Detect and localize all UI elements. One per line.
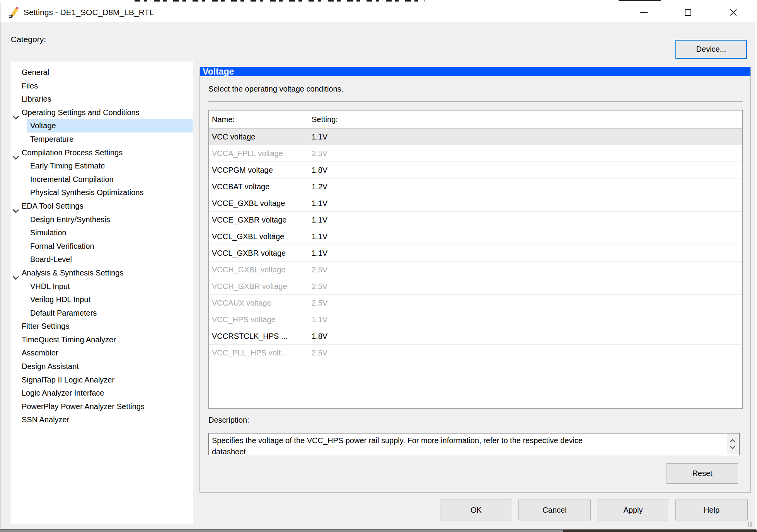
table-row[interactable]: VCCRSTCLK_HPS ...1.8V	[209, 328, 742, 345]
sidebar-item[interactable]: Compilation Process Settings	[11, 146, 193, 160]
sidebar-item-label: Physical Synthesis Optimizations	[30, 188, 143, 197]
chevron-down-icon[interactable]	[12, 204, 19, 208]
sidebar-item-label: Logic Analyzer Interface	[22, 389, 104, 397]
description-box: Specifies the voltage of the VCC_HPS pow…	[208, 433, 740, 455]
sidebar-item[interactable]: VHDL Input	[11, 280, 193, 293]
sidebar-item-label: VHDL Input	[30, 282, 70, 291]
sidebar-item[interactable]: SignalTap II Logic Analyzer	[11, 373, 193, 387]
chevron-down-icon[interactable]	[12, 271, 19, 275]
voltage-setting-cell[interactable]: 2.5V	[306, 145, 742, 161]
sidebar-item[interactable]: Verilog HDL Input	[11, 293, 193, 306]
sidebar-item-label: Files	[22, 82, 38, 90]
voltage-setting-cell[interactable]: 1.8V	[306, 162, 742, 178]
sidebar-item-label: Voltage	[30, 121, 56, 130]
cancel-button[interactable]: Cancel	[518, 500, 591, 520]
table-row[interactable]: VCCAUX voltage2.5V	[209, 295, 742, 311]
sidebar-item-label: SignalTap II Logic Analyzer	[22, 376, 114, 384]
sidebar-item-label: TimeQuest Timing Analyzer	[22, 335, 116, 344]
close-icon	[730, 8, 737, 16]
description-scrollbar[interactable]	[727, 434, 738, 454]
apply-button[interactable]: Apply	[597, 500, 669, 520]
sidebar-item[interactable]: Analysis & Synthesis Settings	[11, 266, 193, 280]
sidebar-item[interactable]: General	[11, 66, 193, 79]
table-row[interactable]: VCCL_GXBR voltage1.1V	[209, 245, 742, 262]
minimize-button[interactable]	[632, 3, 655, 22]
sidebar-item[interactable]: Assembler	[11, 346, 193, 360]
device-button[interactable]: Device...	[675, 40, 747, 59]
sidebar-item[interactable]: PowerPlay Power Analyzer Settings	[11, 400, 193, 413]
table-row[interactable]: VCCH_GXBR voltage2.5V	[209, 278, 742, 295]
section-subtitle: Select the operating voltage conditions.	[208, 85, 343, 93]
sidebar-item[interactable]: Files	[11, 79, 193, 93]
voltage-setting-cell[interactable]: 1.1V	[306, 245, 742, 261]
table-row[interactable]: VCC_HPS voltage1.1V	[209, 311, 742, 328]
table-row[interactable]: VCCE_GXBL voltage1.1V	[209, 195, 742, 212]
section-title: Voltage	[200, 67, 750, 76]
sidebar-item-label: Formal Verification	[30, 242, 94, 250]
sidebar-item[interactable]: Formal Verification	[11, 240, 193, 253]
voltage-setting-cell[interactable]: 1.1V	[306, 311, 742, 328]
table-row[interactable]: VCCA_FPLL voltage2.5V	[209, 145, 742, 162]
sidebar-item[interactable]: Default Parameters	[11, 306, 193, 320]
voltage-setting-cell[interactable]: 2.5V	[306, 278, 742, 294]
sidebar-item-label: Board-Level	[30, 255, 72, 263]
column-header-name: Name:	[209, 110, 306, 128]
ok-button[interactable]: OK	[440, 500, 512, 520]
table-row[interactable]: VCCH_GXBL voltage2.5V	[209, 262, 742, 278]
sidebar-item[interactable]: Temperature	[11, 133, 193, 146]
table-row[interactable]: VCCPGM voltage1.8V	[209, 162, 742, 178]
sidebar-item[interactable]: SSN Analyzer	[11, 413, 193, 427]
voltage-panel: Voltage Select the operating voltage con…	[199, 67, 751, 493]
voltage-setting-cell[interactable]: 2.5V	[306, 262, 742, 278]
background-window-edge	[563, 530, 757, 532]
settings-pencil-icon	[8, 6, 20, 18]
sidebar-item[interactable]: TimeQuest Timing Analyzer	[11, 333, 193, 347]
maximize-button[interactable]	[676, 3, 699, 22]
sidebar-item[interactable]: Logic Analyzer Interface	[11, 386, 193, 400]
sidebar-item-label: Design Entry/Synthesis	[30, 215, 110, 224]
sidebar-item-label: Libraries	[22, 95, 51, 103]
voltage-setting-cell[interactable]: 1.1V	[306, 195, 742, 211]
chevron-down-icon[interactable]	[12, 151, 19, 155]
voltage-setting-cell[interactable]: 1.8V	[306, 328, 742, 344]
voltage-setting-cell[interactable]: 2.5V	[306, 295, 742, 311]
sidebar-item-label: Assembler	[22, 348, 58, 357]
section-header: Voltage	[200, 67, 750, 76]
close-button[interactable]	[722, 3, 745, 22]
chevron-down-icon[interactable]	[12, 110, 19, 115]
table-row[interactable]: VCC voltage1.1V	[209, 129, 742, 145]
sidebar-item[interactable]: Design Entry/Synthesis	[11, 213, 193, 226]
voltage-setting-cell[interactable]: 2.5V	[306, 345, 742, 361]
table-row[interactable]: VCC_PLL_HPS volt...2.5V	[209, 345, 742, 361]
sidebar-item[interactable]: EDA Tool Settings	[11, 199, 193, 213]
table-row[interactable]: VCCBAT voltage1.2V	[209, 178, 742, 195]
sidebar-item[interactable]: Early Timing Estimate	[11, 159, 193, 173]
sidebar-item[interactable]: Design Assistant	[11, 360, 193, 373]
sidebar-item[interactable]: Operating Settings and Conditions	[11, 106, 193, 119]
sidebar-item[interactable]: Libraries	[11, 92, 193, 106]
resize-grip[interactable]	[748, 522, 753, 527]
voltage-name-cell: VCCL_GXBL voltage	[209, 228, 306, 245]
reset-button[interactable]: Reset	[667, 463, 738, 484]
table-row[interactable]: VCCE_GXBR voltage1.1V	[209, 212, 742, 228]
sidebar-item-label: Early Timing Estimate	[30, 161, 105, 170]
sidebar-item[interactable]: Physical Synthesis Optimizations	[11, 186, 193, 199]
sidebar-item[interactable]: Voltage	[11, 119, 193, 133]
voltage-setting-cell[interactable]: 1.1V	[306, 129, 742, 145]
sidebar-item-label: SSN Analyzer	[22, 415, 69, 424]
sidebar-item-label: Temperature	[30, 135, 73, 143]
sidebar-item[interactable]: Simulation	[11, 226, 193, 240]
sidebar-item-label: Compilation Process Settings	[22, 148, 123, 157]
sidebar-item[interactable]: Fitter Settings	[11, 320, 193, 333]
voltage-setting-cell[interactable]: 1.1V	[306, 228, 742, 245]
table-row[interactable]: VCCL_GXBL voltage1.1V	[209, 228, 742, 245]
sidebar-item[interactable]: Board-Level	[11, 253, 193, 266]
sidebar-item-label: EDA Tool Settings	[22, 202, 84, 210]
scroll-up-icon[interactable]	[730, 437, 736, 444]
scroll-down-icon[interactable]	[730, 444, 736, 451]
voltage-name-cell: VCCH_GXBR voltage	[209, 278, 306, 294]
sidebar-item[interactable]: Incremental Compilation	[11, 173, 193, 186]
voltage-setting-cell[interactable]: 1.1V	[306, 212, 742, 228]
voltage-setting-cell[interactable]: 1.2V	[306, 178, 742, 195]
help-button[interactable]: Help	[675, 500, 748, 520]
